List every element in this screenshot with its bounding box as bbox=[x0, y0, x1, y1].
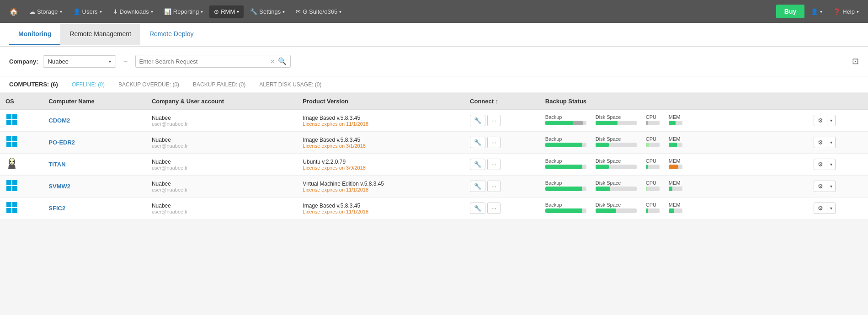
gear-dropdown-button[interactable]: ▾ bbox=[827, 137, 836, 148]
linux-icon bbox=[5, 157, 18, 170]
connect-wrench-button[interactable]: 🔧 bbox=[470, 115, 485, 126]
connect-cell: 🔧 ··· bbox=[464, 132, 540, 154]
computer-name-link[interactable]: SVMW2 bbox=[48, 183, 70, 190]
svg-rect-14 bbox=[6, 186, 11, 191]
search-input[interactable] bbox=[139, 58, 270, 65]
svg-rect-16 bbox=[6, 202, 11, 207]
col-product-version: Product Version bbox=[297, 93, 464, 110]
windows-icon bbox=[5, 179, 18, 192]
nav-rmm[interactable]: ⊙ RMM ▾ bbox=[209, 5, 244, 18]
product-version: Image Based v.5.8.3.45 bbox=[303, 203, 459, 209]
product-version: Ubuntu v.2.2.0.79 bbox=[303, 159, 459, 165]
computer-name-cell: TITAN bbox=[43, 154, 146, 176]
connect-wrench-button[interactable]: 🔧 bbox=[470, 181, 485, 192]
computer-name-link[interactable]: CDOM2 bbox=[48, 117, 70, 124]
computer-name-link[interactable]: PO-EDR2 bbox=[48, 139, 75, 146]
mem-label: MEM bbox=[669, 180, 682, 186]
connect-more-button[interactable]: ··· bbox=[487, 159, 501, 170]
license-expiry: License expires on 11/1/2018 bbox=[303, 121, 459, 127]
mem-progress bbox=[669, 208, 682, 213]
buy-button[interactable]: Buy bbox=[776, 5, 804, 18]
table-header-row: OS Computer Name Company & User account … bbox=[0, 93, 868, 110]
nav-help[interactable]: ❓ Help ▾ bbox=[829, 5, 863, 18]
tab-remote-deploy[interactable]: Remote Deploy bbox=[140, 24, 203, 45]
home-button[interactable]: 🏠 bbox=[5, 5, 23, 19]
gear-button[interactable]: ⚙ bbox=[814, 115, 827, 126]
gear-button[interactable]: ⚙ bbox=[814, 181, 827, 192]
arrow-right-icon: → bbox=[122, 58, 129, 65]
mem-label: MEM bbox=[669, 158, 682, 164]
cpu-progress bbox=[646, 165, 660, 169]
actions-cell: ⚙ ▾ bbox=[808, 132, 868, 154]
gear-dropdown-button[interactable]: ▾ bbox=[827, 181, 836, 192]
company-name: Nuabee bbox=[152, 181, 292, 187]
wrench-icon: 🔧 bbox=[250, 8, 257, 15]
gear-dropdown-button[interactable]: ▾ bbox=[827, 203, 836, 214]
col-connect[interactable]: Connect ↑ bbox=[464, 93, 540, 110]
chevron-down-icon: ▾ bbox=[100, 9, 102, 14]
connect-wrench-button[interactable]: 🔧 bbox=[470, 203, 485, 214]
connect-more-button[interactable]: ··· bbox=[487, 137, 501, 148]
mem-label: MEM bbox=[669, 114, 682, 120]
nav-storage[interactable]: ☁ Storage ▾ bbox=[25, 5, 67, 18]
connect-wrench-button[interactable]: 🔧 bbox=[470, 159, 485, 170]
disk-space-label: Disk Space bbox=[596, 180, 637, 186]
computers-table: OS Computer Name Company & User account … bbox=[0, 93, 868, 219]
company-name: Nuabee bbox=[152, 137, 292, 143]
company-user-cell: Nuabeeuser@nuabee.fr bbox=[146, 132, 297, 154]
connect-more-button[interactable]: ··· bbox=[487, 203, 501, 214]
offline-count[interactable]: OFFLINE: (0) bbox=[72, 81, 105, 88]
user-email: user@nuabee.fr bbox=[152, 187, 292, 192]
cpu-label: CPU bbox=[646, 114, 660, 120]
tab-remote-management[interactable]: Remote Management bbox=[60, 24, 140, 45]
gear-button[interactable]: ⚙ bbox=[814, 203, 827, 214]
nav-reporting[interactable]: 📊 Reporting ▾ bbox=[160, 5, 208, 18]
mem-progress bbox=[669, 187, 682, 191]
clear-search-icon[interactable]: ✕ bbox=[270, 58, 275, 65]
gear-dropdown-button[interactable]: ▾ bbox=[827, 159, 836, 170]
gear-button[interactable]: ⚙ bbox=[814, 137, 827, 148]
nav-user-account[interactable]: 👤 ▾ bbox=[806, 5, 827, 18]
cpu-progress bbox=[646, 208, 660, 213]
backup-label: Backup bbox=[545, 158, 586, 164]
email-icon: ✉ bbox=[296, 8, 301, 15]
company-value: Nuabee bbox=[48, 58, 69, 65]
nav-downloads[interactable]: ⬇ Downloads ▾ bbox=[108, 5, 158, 18]
screen-icon[interactable]: ⊡ bbox=[852, 56, 859, 66]
cpu-progress bbox=[646, 121, 660, 125]
search-button[interactable]: 🔍 bbox=[278, 57, 287, 65]
svg-rect-13 bbox=[12, 180, 17, 185]
table-row: SVMW2Nuabeeuser@nuabee.frVirtual Machine… bbox=[0, 176, 868, 198]
mem-progress bbox=[669, 143, 682, 147]
disk-progress bbox=[596, 121, 637, 125]
windows-icon bbox=[5, 113, 18, 126]
computer-name-cell: SVMW2 bbox=[43, 176, 146, 198]
nav-gsuite[interactable]: ✉ G Suite/o365 ▾ bbox=[291, 5, 346, 18]
col-actions bbox=[808, 93, 868, 110]
company-user-cell: Nuabeeuser@nuabee.fr bbox=[146, 110, 297, 132]
windows-icon bbox=[5, 135, 18, 148]
table-row: PO-EDR2Nuabeeuser@nuabee.frImage Based v… bbox=[0, 132, 868, 154]
gear-dropdown-button[interactable]: ▾ bbox=[827, 115, 836, 126]
connect-more-button[interactable]: ··· bbox=[487, 115, 501, 126]
license-expiry: License expires on 11/1/2018 bbox=[303, 187, 459, 192]
company-select[interactable]: Nuabee ▾ bbox=[43, 55, 116, 68]
gear-button[interactable]: ⚙ bbox=[814, 159, 827, 170]
nav-settings[interactable]: 🔧 Settings ▾ bbox=[245, 5, 289, 18]
search-bar: Company: Nuabee ▾ → ✕ 🔍 ⊡ bbox=[0, 47, 868, 76]
connect-more-button[interactable]: ··· bbox=[487, 181, 501, 192]
connect-wrench-button[interactable]: 🔧 bbox=[470, 137, 485, 148]
chevron-down-icon: ▾ bbox=[60, 9, 62, 14]
company-name: Nuabee bbox=[152, 115, 292, 121]
cpu-progress bbox=[646, 143, 660, 147]
tab-monitoring[interactable]: Monitoring bbox=[9, 24, 60, 45]
os-cell bbox=[0, 154, 43, 176]
nav-users[interactable]: 👤 Users ▾ bbox=[69, 5, 107, 18]
computer-name-link[interactable]: TITAN bbox=[48, 161, 65, 168]
backup-label: Backup bbox=[545, 136, 586, 142]
download-icon: ⬇ bbox=[113, 8, 118, 15]
computer-name-link[interactable]: SFIC2 bbox=[48, 205, 65, 212]
backup-progress bbox=[545, 165, 586, 169]
svg-rect-2 bbox=[6, 120, 11, 125]
company-user-cell: Nuabeeuser@nuabee.fr bbox=[146, 198, 297, 219]
